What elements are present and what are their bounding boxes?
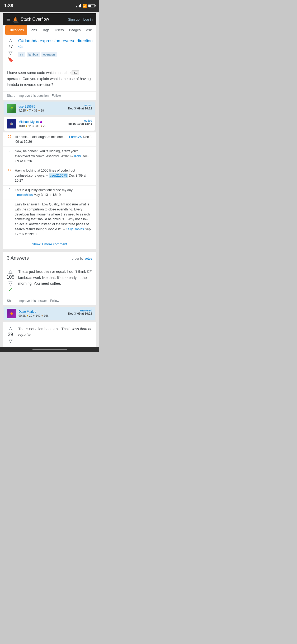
hamburger-menu[interactable]: ☰ bbox=[6, 17, 10, 22]
comment-4: 2 This is a quality question! Made my da… bbox=[3, 185, 96, 200]
tag-operators[interactable]: operators bbox=[41, 52, 57, 57]
asker-name[interactable]: user215675 bbox=[18, 105, 44, 108]
signal-icon bbox=[76, 4, 81, 7]
answered-1-label: answered bbox=[68, 309, 92, 312]
vote-down-button[interactable]: ▽ bbox=[8, 50, 12, 55]
improve-answer-1[interactable]: Improve this answer bbox=[18, 299, 47, 303]
comment-1-vote: 29 bbox=[7, 135, 12, 139]
question-body: I have seen some code which uses the <= … bbox=[3, 66, 96, 92]
nav-tabs: Questions Jobs Tags Users Badges Ask bbox=[3, 25, 96, 35]
comment-4-text: This is a quality question! Made my day.… bbox=[15, 188, 92, 198]
so-header-actions: Sign up Log in bbox=[68, 17, 93, 21]
share-answer-1[interactable]: Share bbox=[7, 299, 15, 303]
answer-1-text: That's just less than or equal. I don't … bbox=[18, 269, 93, 286]
tab-questions[interactable]: Questions bbox=[5, 25, 27, 35]
asker-avatar: 🧩 bbox=[7, 104, 16, 113]
share-question-link[interactable]: Share bbox=[7, 94, 15, 98]
answer-1-vote-down[interactable]: ▽ bbox=[8, 280, 12, 286]
answer-1-action-row: Share Improve this answer Follow bbox=[3, 297, 96, 305]
so-logo-icon bbox=[13, 16, 18, 23]
wifi-icon: 📶 bbox=[83, 4, 87, 8]
answers-order: order by votes bbox=[72, 256, 92, 261]
follow-answer-1[interactable]: Follow bbox=[50, 299, 59, 303]
asker-action-info: asked Dec 3 '09 at 10:22 bbox=[68, 104, 92, 110]
comment-2-text: Now, be honest. You're kidding, aren't y… bbox=[15, 149, 92, 164]
order-link-votes[interactable]: votes bbox=[84, 257, 92, 260]
answered-1-date: Dec 3 '09 at 10:23 bbox=[68, 312, 92, 315]
comment-2-link[interactable]: Kobi bbox=[74, 154, 81, 158]
answer-1-user-card: 🔶 Dave Markle 90.2k ● 20 ● 142 ● 166 ans… bbox=[4, 307, 95, 320]
answer-2-vote-section: △ 29 ▽ bbox=[6, 326, 15, 343]
signup-link[interactable]: Sign up bbox=[68, 17, 79, 21]
question-action-row: Share Improve this question Follow bbox=[3, 92, 96, 100]
question-edited-by-card: 🤖 Michael Myers ◆ 181k ● 44 ● 281 ● 291 bbox=[4, 117, 95, 131]
edited-label: edited bbox=[67, 119, 92, 122]
answerer-1-details: Dave Markle 90.2k ● 20 ● 142 ● 166 bbox=[18, 310, 49, 317]
question-vote-section: △ 77 ▽ 🔖 bbox=[6, 38, 15, 63]
comment-5: 3 Easy to answer != Low Quality. I'm not… bbox=[3, 200, 96, 239]
question-asked-by-card: 🧩 user215675 4,235 ● 7 ● 33 ● 39 asked D… bbox=[4, 102, 95, 115]
vote-up-button[interactable]: △ bbox=[8, 38, 12, 43]
comment-2: 2 Now, be honest. You're kidding, aren't… bbox=[3, 146, 96, 166]
editor-details: Michael Myers ◆ 181k ● 44 ● 281 ● 291 bbox=[18, 120, 48, 127]
question-title[interactable]: C# lambda expression reverse direction <… bbox=[18, 38, 93, 50]
comment-5-link[interactable]: Kelly Robins bbox=[65, 227, 84, 231]
svg-rect-1 bbox=[14, 22, 18, 22]
editor-action-info: edited Feb 16 '10 at 18:41 bbox=[67, 119, 92, 125]
tag-csharp[interactable]: c# bbox=[18, 52, 25, 57]
tab-users[interactable]: Users bbox=[52, 25, 66, 35]
login-link[interactable]: Log in bbox=[83, 17, 93, 21]
comment-4-link[interactable]: simonlchilds bbox=[15, 193, 33, 197]
question-code-inline: <= bbox=[72, 70, 79, 75]
order-by-label: order by bbox=[72, 257, 83, 260]
answer-1-body: That's just less than or equal. I don't … bbox=[18, 269, 93, 293]
answer-1-vote-up[interactable]: △ bbox=[8, 269, 12, 274]
status-time: 1:38 bbox=[4, 3, 13, 8]
battery-icon bbox=[88, 4, 95, 7]
tab-jobs[interactable]: Jobs bbox=[27, 25, 40, 35]
comment-3-vote: 17 bbox=[7, 168, 12, 172]
tab-badges[interactable]: Badges bbox=[66, 25, 83, 35]
answers-header: 3 Answers order by votes bbox=[3, 251, 96, 265]
question-tags: c# lambda operators bbox=[18, 52, 93, 57]
edited-date: Feb 16 '10 at 18:41 bbox=[67, 122, 92, 125]
status-icons: 📶 bbox=[76, 4, 95, 8]
answerer-1-avatar: 🔶 bbox=[7, 309, 16, 318]
comment-3-link[interactable]: user215675 bbox=[49, 173, 68, 178]
comment-5-text: Easy to answer != Low Quality. I'm not s… bbox=[15, 202, 92, 237]
follow-question-link[interactable]: Follow bbox=[52, 94, 61, 98]
asker-details: user215675 4,235 ● 7 ● 33 ● 39 bbox=[18, 105, 44, 112]
editor-info: 🤖 Michael Myers ◆ 181k ● 44 ● 281 ● 291 bbox=[7, 119, 48, 128]
comment-1: 29 I'll admit... I did laught at this on… bbox=[3, 132, 96, 147]
answer-2-vote-down[interactable]: ▽ bbox=[8, 338, 12, 343]
comment-1-text: I'll admit... I did laught at this one..… bbox=[15, 135, 92, 145]
asked-date: Dec 3 '09 at 10:22 bbox=[68, 107, 92, 110]
comment-3: 17 Having looking at 1000 lines of code,… bbox=[3, 166, 96, 185]
so-header-left: ☰ Stack Overflow bbox=[6, 16, 49, 23]
question-vote-count: 77 bbox=[8, 44, 13, 49]
answer-1-answerer-info: 🔶 Dave Markle 90.2k ● 20 ● 142 ● 166 bbox=[7, 309, 49, 318]
comment-1-link[interactable]: LorenVS bbox=[69, 135, 82, 139]
answers-count: 3 Answers bbox=[7, 255, 29, 261]
bookmark-icon[interactable]: 🔖 bbox=[8, 57, 13, 63]
so-logo-text: Stack Overflow bbox=[21, 17, 49, 22]
asked-label: asked bbox=[68, 104, 92, 107]
editor-avatar: 🤖 bbox=[7, 119, 16, 128]
editor-name[interactable]: Michael Myers ◆ bbox=[18, 120, 48, 124]
tab-tags[interactable]: Tags bbox=[40, 25, 52, 35]
show-more-comments: Show 1 more comment bbox=[3, 239, 96, 249]
question-header: △ 77 ▽ 🔖 C# lambda expression reverse di… bbox=[3, 35, 96, 66]
tab-ask[interactable]: Ask bbox=[83, 25, 95, 35]
improve-question-link[interactable]: Improve this question bbox=[18, 94, 49, 98]
answer-2-vote-up[interactable]: △ bbox=[8, 326, 12, 331]
answerer-1-rep: 90.2k ● 20 ● 142 ● 166 bbox=[18, 314, 49, 317]
answerer-1-name[interactable]: Dave Markle bbox=[18, 310, 49, 314]
question-title-section: C# lambda expression reverse direction <… bbox=[18, 38, 93, 63]
answer-1-vote-section: △ 105 ▽ ✓ bbox=[6, 269, 15, 293]
tag-lambda[interactable]: lambda bbox=[27, 52, 40, 57]
answer-1-accepted-check: ✓ bbox=[8, 286, 13, 293]
answer-1-vote-count: 105 bbox=[6, 274, 14, 280]
answer-2-body: That's not a lambda at all. That's less … bbox=[18, 326, 93, 343]
comment-5-vote: 3 bbox=[7, 202, 12, 206]
show-more-comments-link[interactable]: Show 1 more comment bbox=[32, 242, 67, 246]
